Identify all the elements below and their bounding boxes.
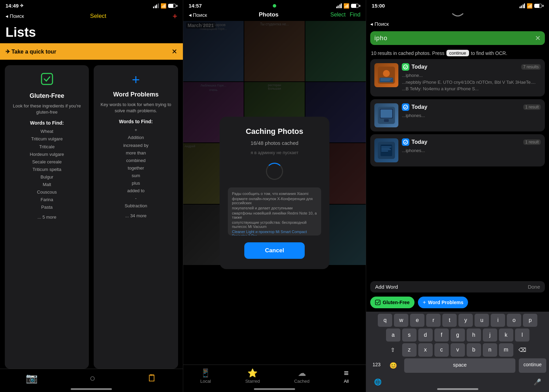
- tab-cached[interactable]: ☁ Cached: [294, 368, 309, 384]
- signal-icon-3: [519, 3, 525, 8]
- card-gluten-free[interactable]: Gluten-Free Look for these ingredients i…: [5, 65, 89, 369]
- key-space[interactable]: space: [404, 358, 515, 373]
- gluten-free-words: WheatTriticum vulgareTriticaleHordeum vu…: [30, 128, 64, 211]
- tab-starred[interactable]: ⭐ Starred: [245, 368, 260, 384]
- tour-close-button[interactable]: ✕: [172, 47, 177, 56]
- local-icon: 📱: [200, 368, 211, 378]
- result-snippet-1: ...iphone... ...nepbbly iPhone E. UTO cn…: [402, 72, 541, 92]
- status-bar-2: 14:57 📶: [183, 0, 366, 10]
- back-search-1[interactable]: ◂ Поиск: [5, 13, 24, 19]
- svg-rect-3: [379, 78, 393, 82]
- chip-gluten-icon: [375, 300, 381, 305]
- caching-dialog: Caching Photos 16/48 photos cached я в а…: [220, 117, 329, 269]
- key-z[interactable]: z: [402, 343, 417, 357]
- key-r[interactable]: r: [426, 314, 441, 327]
- find-button[interactable]: Find: [350, 12, 360, 18]
- tab-local[interactable]: 📱 Local: [200, 368, 211, 384]
- chip-word-problems[interactable]: + Word Problems: [418, 297, 468, 308]
- caching-title: Caching Photos: [246, 127, 303, 136]
- key-w[interactable]: w: [394, 314, 408, 327]
- select-button[interactable]: Select: [90, 13, 106, 20]
- key-b[interactable]: b: [467, 343, 481, 357]
- tab-all[interactable]: ≡ All: [344, 368, 349, 384]
- back-button-photos[interactable]: ◂ ◂ Поиск Поиск: [189, 12, 207, 18]
- key-h[interactable]: h: [467, 328, 481, 342]
- chip-gluten-free[interactable]: Gluten-Free: [370, 297, 414, 308]
- add-word-button[interactable]: Add Word: [375, 284, 398, 290]
- word-problems-desc: Key words to look for when trying to sol…: [98, 102, 173, 114]
- keyboard: q w e r t y u i o p a s d f g h j k l ⇧ …: [366, 312, 549, 392]
- key-x[interactable]: x: [418, 343, 433, 357]
- add-list-button[interactable]: +: [173, 11, 177, 21]
- key-q[interactable]: q: [378, 314, 392, 327]
- key-continue[interactable]: continue: [519, 358, 546, 373]
- signal-icon-2: [336, 3, 342, 8]
- tab-photos-icon[interactable]: 📷: [26, 372, 38, 384]
- select-photos-button[interactable]: Select: [330, 12, 346, 18]
- home-indicator-2: [254, 388, 295, 390]
- back-button-search[interactable]: ◂ Поиск: [370, 21, 389, 27]
- key-p[interactable]: p: [523, 314, 537, 327]
- key-o[interactable]: o: [507, 314, 521, 327]
- svg-rect-10: [381, 109, 392, 118]
- key-u[interactable]: u: [475, 314, 489, 327]
- key-s[interactable]: s: [402, 328, 417, 342]
- search-header: ◂ Поиск: [366, 21, 549, 28]
- search-query[interactable]: ipho: [374, 35, 532, 42]
- status-time-1: 14:49: [5, 3, 19, 9]
- key-j[interactable]: j: [483, 328, 497, 342]
- gluten-free-more[interactable]: ... 5 more: [37, 215, 56, 220]
- key-f[interactable]: f: [434, 328, 449, 342]
- back-arrow-icon: ◂: [189, 12, 191, 18]
- key-v[interactable]: v: [451, 343, 465, 357]
- result-card-2[interactable]: Today 1 result ...iphones...: [370, 99, 545, 131]
- result-snippet-2: ...iphones...: [402, 112, 541, 119]
- bottom-tab-bar-2: 📱 Local ⭐ Starred ☁ Cached ≡ All: [183, 365, 366, 392]
- clear-search-icon[interactable]: ✕: [535, 34, 541, 42]
- key-globe[interactable]: 🌐: [370, 375, 385, 389]
- kb-row-1: q w e r t y u i o p: [367, 314, 548, 327]
- continue-button-inline[interactable]: continue: [446, 50, 469, 56]
- key-l[interactable]: l: [515, 328, 529, 342]
- svg-point-2: [383, 70, 390, 77]
- kb-row-4: 123 😊 space continue: [367, 358, 548, 373]
- drag-handle[interactable]: [366, 10, 549, 21]
- key-a[interactable]: a: [386, 328, 400, 342]
- card-word-problems[interactable]: + Word Problems Key words to look for wh…: [94, 65, 178, 369]
- key-shift[interactable]: ⇧: [385, 343, 400, 357]
- result-info-2: Today 1 result ...iphones...: [402, 103, 541, 119]
- tab-lists-icon[interactable]: 🗒: [147, 372, 157, 384]
- result-info-1: Today 7 results ...iphone... ...nepbbly …: [402, 63, 541, 92]
- search-bar[interactable]: ipho ✕: [370, 31, 545, 45]
- svg-rect-20: [375, 300, 380, 305]
- tour-banner[interactable]: ✈ Take a quick tour ✕: [0, 43, 183, 60]
- key-y[interactable]: y: [458, 314, 473, 327]
- key-c[interactable]: c: [434, 343, 449, 357]
- gluten-free-words-title: Words to Find:: [30, 120, 64, 126]
- key-emoji[interactable]: 😊: [386, 358, 401, 373]
- key-d[interactable]: d: [418, 328, 433, 342]
- wifi-icon-3: 📶: [527, 3, 533, 9]
- key-e[interactable]: e: [410, 314, 424, 327]
- key-t[interactable]: t: [442, 314, 457, 327]
- key-k[interactable]: k: [499, 328, 513, 342]
- add-word-bar: Add Word Done: [370, 281, 545, 292]
- tab-home-icon[interactable]: ○: [90, 373, 95, 384]
- key-123[interactable]: 123: [369, 358, 384, 373]
- key-n[interactable]: n: [483, 343, 497, 357]
- result-thumb-3: [374, 138, 398, 162]
- result-card-1[interactable]: Today 7 results ...iphone... ...nepbbly …: [370, 59, 545, 96]
- result-card-3[interactable]: Today 1 result ...iphones...: [370, 134, 545, 166]
- key-m[interactable]: m: [499, 343, 513, 357]
- key-delete[interactable]: ⌫: [515, 343, 530, 357]
- key-mic[interactable]: 🎤: [530, 375, 545, 389]
- photos-title: Photos: [259, 11, 279, 18]
- status-bar-1: 14:49 ✈ 📶: [0, 0, 183, 10]
- key-i[interactable]: i: [491, 314, 505, 327]
- cancel-button[interactable]: Cancel: [244, 242, 305, 259]
- done-button[interactable]: Done: [528, 284, 540, 290]
- photo-grid-container: March 2021 Артём Борзов Поморщина Горя..…: [183, 21, 366, 365]
- result-count-3: 1 result: [523, 139, 541, 145]
- key-g[interactable]: g: [451, 328, 465, 342]
- word-problems-more[interactable]: ... 34 more: [125, 213, 147, 218]
